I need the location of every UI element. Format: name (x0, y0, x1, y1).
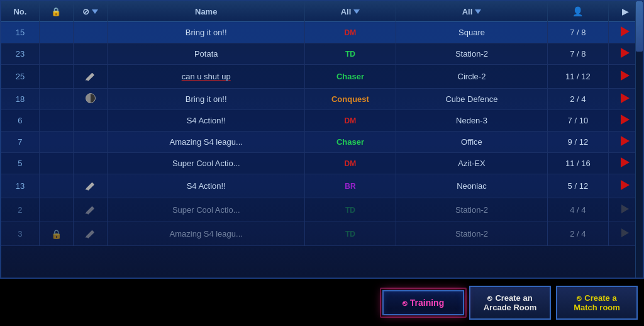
mode-icon: ⊘ (82, 7, 89, 16)
play-button[interactable] (621, 93, 630, 103)
col-header-name: Name (108, 1, 305, 22)
mode-arrow-icon (92, 9, 98, 14)
cell-name: Amazing S4 leagu... (108, 222, 305, 246)
cell-no: 25 (1, 65, 39, 89)
type-arrow-icon (353, 9, 360, 14)
cell-no: 3 (1, 222, 39, 246)
cell-mode (74, 22, 108, 43)
play-button[interactable] (621, 136, 630, 146)
col-header-type[interactable]: All (305, 1, 396, 22)
table-row[interactable]: 15Bring it on!!DMSquare7 / 8 (1, 22, 643, 43)
cell-map: Office (396, 132, 547, 153)
pencil-icon (84, 227, 97, 239)
cell-map: Station-2 (396, 198, 547, 222)
col-header-map[interactable]: All (396, 1, 547, 22)
cell-mode (74, 43, 108, 65)
cell-mode (74, 110, 108, 132)
cell-mode (74, 153, 108, 174)
play-button[interactable] (621, 26, 630, 37)
cell-players: 7 / 8 (548, 22, 609, 43)
play-header-icon: ▶ (622, 7, 628, 16)
cell-mode (74, 89, 108, 110)
cell-players: 2 / 4 (548, 222, 609, 246)
table-row[interactable]: 25can u shut upChaserCircle-211 / 12 (1, 65, 643, 89)
table-row[interactable]: 5Super Cool Actio...DMAzit-EX11 / 16 (1, 153, 643, 174)
table-header-row: No. 🔒 ⊘ Name All (1, 1, 643, 22)
cell-type: Chaser (305, 65, 396, 89)
table-row[interactable]: 6S4 Action!!DMNeden-37 / 10 (1, 110, 643, 132)
pencil-icon (84, 179, 97, 191)
cell-name: can u shut up (108, 65, 305, 89)
pencil-icon (84, 203, 97, 215)
scrollbar-track[interactable] (635, 1, 643, 278)
play-button[interactable] (621, 180, 630, 190)
cell-lock (39, 65, 73, 89)
cell-no: 6 (1, 110, 39, 132)
game-type-label: Conquest (331, 94, 369, 104)
cell-name: Super Cool Actio... (108, 153, 305, 174)
cell-mode (74, 198, 108, 222)
play-button[interactable] (621, 70, 630, 81)
cell-type: TD (305, 198, 396, 222)
cell-mode (74, 65, 108, 89)
cell-type: DM (305, 22, 396, 43)
table-row[interactable]: 13S4 Action!!BRNeoniac5 / 12 (1, 174, 643, 198)
cell-map: Cube Defence (396, 89, 547, 110)
col-header-mode[interactable]: ⊘ (74, 1, 108, 22)
play-button[interactable] (621, 115, 630, 125)
players-icon: 👤 (572, 6, 583, 16)
col-header-no: No. (1, 1, 39, 22)
create-match-room-button[interactable]: ⎋Create aMatch room (556, 286, 638, 320)
training-icon: ⎋ (402, 299, 407, 308)
cell-players: 2 / 4 (548, 89, 609, 110)
map-arrow-icon (475, 9, 481, 14)
table-row[interactable]: 18Bring it on!!ConquestCube Defence2 / 4 (1, 89, 643, 110)
create-arcade-room-button[interactable]: ⎋Create anArcade Room (469, 286, 551, 320)
table-row[interactable]: 23PotataTDStation-27 / 8 (1, 43, 643, 65)
col-no-label: No. (13, 7, 26, 16)
scrollbar-thumb[interactable] (636, 1, 643, 52)
cell-map: Station-2 (396, 43, 547, 65)
cell-type: Conquest (305, 89, 396, 110)
bottom-bar: ⎋Training ⎋Create anArcade Room ⎋Create … (0, 279, 644, 326)
cell-map: Square (396, 22, 547, 43)
game-type-label: TD (345, 230, 355, 239)
arcade-icon: ⎋ (487, 294, 492, 303)
cell-name: Bring it on!! (108, 89, 305, 110)
half-circle-icon (86, 93, 96, 103)
cell-players: 5 / 12 (548, 174, 609, 198)
cell-type: DM (305, 153, 396, 174)
col-header-players: 👤 (548, 1, 609, 22)
training-label: Training (410, 298, 444, 308)
room-table: No. 🔒 ⊘ Name All (1, 1, 643, 246)
cell-name: S4 Action!! (108, 174, 305, 198)
table-row[interactable]: 3🔒Amazing S4 leagu...TDStation-22 / 4 (1, 222, 643, 246)
cell-mode (74, 222, 108, 246)
game-type-label: TD (345, 206, 355, 215)
training-button[interactable]: ⎋Training (382, 290, 464, 315)
cell-map: Azit-EX (396, 153, 547, 174)
cell-lock (39, 89, 73, 110)
cell-type: TD (305, 222, 396, 246)
play-button-disabled (621, 205, 629, 213)
cell-no: 5 (1, 153, 39, 174)
table-row[interactable]: 2Super Cool Actio...TDStation-24 / 4 (1, 198, 643, 222)
match-icon: ⎋ (577, 294, 581, 303)
cell-map: Neoniac (396, 174, 547, 198)
cell-map: Station-2 (396, 222, 547, 246)
cell-type: DM (305, 110, 396, 132)
cell-players: 7 / 8 (548, 43, 609, 65)
cell-lock: 🔒 (39, 222, 73, 246)
table-body: 15Bring it on!!DMSquare7 / 823PotataTDSt… (1, 22, 643, 246)
game-type-label: DM (345, 159, 357, 168)
play-button[interactable] (621, 48, 630, 58)
cell-players: 11 / 16 (548, 153, 609, 174)
cell-name: S4 Action!! (108, 110, 305, 132)
table-row[interactable]: 7Amazing S4 leagu...ChaserOffice9 / 12 (1, 132, 643, 153)
cell-no: 13 (1, 174, 39, 198)
game-type-label: TD (345, 50, 355, 59)
play-button[interactable] (621, 157, 630, 167)
cell-lock (39, 110, 73, 132)
cell-lock (39, 132, 73, 153)
play-button-disabled (621, 228, 629, 237)
